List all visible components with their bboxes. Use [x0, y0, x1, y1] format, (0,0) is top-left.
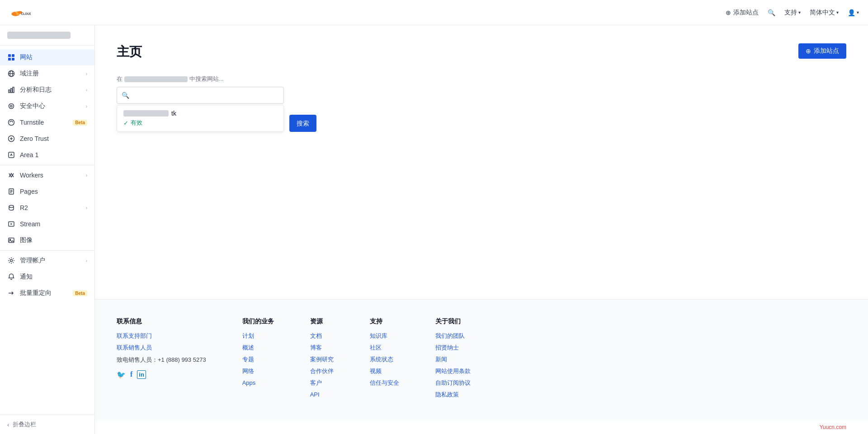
footer-link[interactable]: 博客 [310, 344, 322, 351]
footer-inner: 联系信息 联系支持部门 联系销售人员 致电销售人员：+1 (888) 993 5… [117, 317, 846, 402]
chevron-right-icon: › [86, 88, 87, 93]
sidebar-divider-2 [0, 250, 94, 251]
svg-text:CLOUDFLARE: CLOUDFLARE [21, 12, 31, 15]
main-content: 主页 ⊕ 添加站点 在 中搜索网站... 🔍 [95, 25, 868, 434]
grid-icon [7, 53, 15, 61]
footer-link[interactable]: 概述 [242, 344, 254, 351]
footer-link[interactable]: 信任与安全 [370, 379, 399, 386]
footer: 联系信息 联系支持部门 联系销售人员 致电销售人员：+1 (888) 993 5… [95, 299, 868, 420]
sidebar-item-manage-account[interactable]: 管理帐户 › [0, 252, 94, 269]
linkedin-link[interactable]: in [137, 370, 146, 379]
search-button[interactable]: 🔍 [768, 9, 775, 16]
stream-icon [7, 220, 15, 228]
sidebar-item-label: 批量重定向 [20, 289, 68, 297]
search-icon: 🔍 [768, 9, 775, 16]
sidebar-collapse[interactable]: ‹ 折叠边栏 [0, 415, 94, 434]
chevron-down-icon: ▾ [798, 10, 801, 15]
footer-link[interactable]: 社区 [370, 344, 382, 351]
footer-link[interactable]: 隐私政策 [435, 391, 459, 398]
sidebar-item-label: Turnstile [20, 119, 68, 126]
sidebar-item-websites[interactable]: 网站 [0, 49, 94, 65]
sidebar-item-label: Area 1 [20, 151, 87, 159]
chevron-right-icon: › [86, 258, 87, 263]
footer-link[interactable]: 自助订阅协议 [435, 379, 471, 386]
logo[interactable]: CLOUDFLARE [9, 5, 31, 20]
dropdown-item-status: ✓ 有效 [123, 119, 277, 127]
beta-badge: Beta [73, 120, 87, 126]
footer-link[interactable]: 系统状态 [370, 356, 393, 363]
footer-link[interactable]: 文档 [310, 332, 322, 339]
topnav-add-site[interactable]: ⊕ 添加站点 [726, 9, 759, 17]
sidebar-item-images[interactable]: 图像 [0, 232, 94, 248]
sidebar-item-pages[interactable]: Pages [0, 183, 94, 200]
svg-rect-13 [11, 89, 12, 93]
turnstile-icon [7, 118, 15, 126]
footer-link[interactable]: 招贤纳士 [435, 344, 459, 351]
footer-link[interactable]: 视频 [370, 368, 382, 374]
workers-icon [7, 171, 15, 179]
pages-icon [7, 187, 15, 196]
add-site-label: 添加站点 [814, 47, 839, 55]
footer-link[interactable]: 合作伙伴 [310, 368, 334, 374]
beta-badge-2: Beta [73, 290, 87, 296]
sidebar-item-analytics[interactable]: 分析和日志 › [0, 82, 94, 98]
footer-link[interactable]: Apps [242, 379, 256, 386]
sidebar-item-label: Pages [20, 188, 87, 195]
chevron-right-icon: › [86, 104, 87, 109]
sidebar-item-label: 通知 [20, 273, 87, 281]
search-hint-text: 在 [117, 75, 124, 82]
user-button[interactable]: 👤 ▾ [848, 9, 859, 16]
footer-col-title: 联系信息 [117, 317, 206, 326]
footer-link[interactable]: 案例研究 [310, 356, 334, 363]
footer-col-title: 关于我们 [435, 317, 471, 326]
sidebar-item-security[interactable]: 安全中心 › [0, 98, 94, 114]
chart-icon [7, 86, 15, 94]
search-button[interactable]: 搜索 [289, 115, 316, 132]
redirect-icon [7, 289, 15, 297]
sidebar-item-notifications[interactable]: 通知 [0, 269, 94, 285]
footer-phone: 致电销售人员：+1 (888) 993 5273 [117, 355, 206, 365]
check-icon: ✓ [123, 120, 128, 126]
svg-rect-8 [12, 58, 14, 61]
support-button[interactable]: 支持 ▾ [784, 9, 801, 17]
footer-link[interactable]: 网站使用条款 [435, 368, 471, 374]
sidebar-item-stream[interactable]: Stream [0, 216, 94, 232]
language-label: 简体中文 [810, 9, 835, 17]
footer-col-resources: 资源 文档 博客 案例研究 合作伙伴 客户 API [310, 317, 334, 402]
footer-col-title: 我们的业务 [242, 317, 274, 326]
footer-link[interactable]: 联系销售人员 [117, 344, 152, 351]
chevron-right-icon: › [86, 173, 87, 178]
facebook-link[interactable]: f [130, 370, 132, 379]
add-site-button[interactable]: ⊕ 添加站点 [798, 43, 846, 59]
zerotrust-icon [7, 135, 15, 143]
sidebar-item-area1[interactable]: Area 1 [0, 147, 94, 163]
footer-link[interactable]: 新闻 [435, 356, 447, 363]
svg-rect-5 [8, 54, 11, 57]
sidebar-item-domain-reg[interactable]: 域注册 › [0, 65, 94, 82]
svg-point-17 [9, 120, 14, 126]
page-title: 主页 [117, 43, 846, 61]
plus-icon: ⊕ [806, 47, 811, 55]
footer-link[interactable]: 专题 [242, 356, 254, 363]
language-button[interactable]: 简体中文 ▾ [810, 9, 839, 17]
sidebar-item-r2[interactable]: R2 › [0, 200, 94, 216]
search-hint-suffix: 中搜索网站... [189, 75, 224, 82]
footer-link[interactable]: 网络 [242, 368, 254, 374]
twitter-link[interactable]: 🐦 [117, 370, 126, 379]
search-input-container[interactable]: 🔍 [117, 87, 284, 104]
sidebar-account [0, 25, 94, 46]
sidebar-item-workers[interactable]: Workers › [0, 167, 94, 183]
footer-link[interactable]: 客户 [310, 379, 322, 386]
sidebar-item-zerotrust[interactable]: Zero Trust [0, 131, 94, 147]
add-site-area: ⊕ 添加站点 [798, 43, 846, 59]
sidebar-item-bulk-redirect[interactable]: 批量重定向 Beta [0, 285, 94, 301]
footer-link[interactable]: 我们的团队 [435, 332, 465, 339]
search-input[interactable] [132, 92, 279, 99]
sidebar-item-label: 网站 [20, 53, 87, 61]
footer-link[interactable]: 知识库 [370, 332, 387, 339]
footer-link[interactable]: 联系支持部门 [117, 332, 152, 339]
footer-link[interactable]: API [310, 391, 320, 398]
sidebar-item-turnstile[interactable]: Turnstile Beta [0, 114, 94, 131]
dropdown-item[interactable]: tk ✓ 有效 [117, 105, 283, 131]
footer-link[interactable]: 计划 [242, 332, 254, 339]
